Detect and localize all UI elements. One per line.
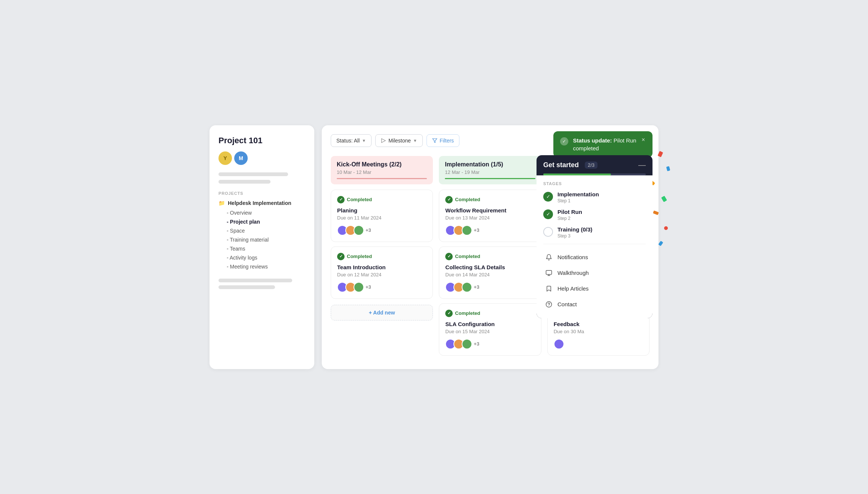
card-date-planing: Due on 11 Mar 2024 <box>337 215 427 221</box>
card-title-sla-config: SLA Configuration <box>445 321 535 327</box>
card-sla-details[interactable]: ✓ Completed Collecting SLA Details Due o… <box>439 246 541 299</box>
status-notification: ✓ Status update: Pilot Run completed × <box>553 131 652 157</box>
card-status-planing: ✓ Completed <box>337 196 427 203</box>
card-sla-config[interactable]: ✓ Completed SLA Configuration Due on 15 … <box>439 303 541 356</box>
column-title-implementation: Implementation (1/5) <box>445 161 535 168</box>
mini-avatar-t3 <box>354 282 364 292</box>
bell-icon <box>545 253 553 261</box>
sidebar-main-project[interactable]: 📁 Helpdesk Implementation <box>218 200 305 206</box>
menu-item-contact[interactable]: Contact <box>543 297 646 312</box>
notif-check-icon: ✓ <box>560 137 568 145</box>
gs-divider <box>543 244 646 244</box>
stage-name-2: Pilot Run <box>557 209 582 215</box>
sidebar: Project 101 Y M PROJECTS 📁 Helpdesk Impl… <box>210 125 314 369</box>
column-progress-kickoff <box>337 178 427 179</box>
card-avatars-sla: +3 <box>445 282 535 292</box>
stage-check-1: ✓ <box>543 192 553 202</box>
notif-close-button[interactable]: × <box>641 136 646 143</box>
sidebar-item-project-plan[interactable]: - Project plan <box>218 217 305 226</box>
gs-title: Get started <box>543 161 579 169</box>
menu-label-contact: Contact <box>557 301 577 307</box>
menu-item-notifications[interactable]: Notifications <box>543 249 646 265</box>
stage-item-2: ✓ Pilot Run Step 2 <box>543 209 646 221</box>
gs-progress-badge: 2/3 <box>585 162 597 169</box>
mini-avatar-3 <box>354 225 364 236</box>
svg-marker-5 <box>382 138 386 142</box>
milestone-filter-button[interactable]: Milestone ▼ <box>375 134 423 147</box>
card-date-sla-config: Due on 15 Mar 2024 <box>445 329 535 334</box>
filters-button[interactable]: Filters <box>427 134 459 147</box>
check-icon-planing: ✓ <box>337 196 345 203</box>
sidebar-title: Project 101 <box>218 136 305 145</box>
stage-step-1: Step 1 <box>557 198 599 203</box>
status-filter-button[interactable]: Status: All ▼ <box>331 134 372 147</box>
stage-check-3 <box>543 227 553 237</box>
mini-avatar-s3 <box>462 282 472 292</box>
card-workflow[interactable]: ✓ Completed Workflow Requirement Due on … <box>439 190 541 242</box>
mini-avatar-w3 <box>462 225 472 236</box>
card-status-sla: ✓ Completed <box>445 253 535 260</box>
check-icon-workflow: ✓ <box>445 196 453 203</box>
skeleton-bar-3 <box>218 279 292 282</box>
menu-label-walkthrough: Walkthrough <box>557 270 589 276</box>
avatar-count-sla-config: +3 <box>474 341 479 347</box>
card-avatars-workflow: +3 <box>445 225 535 236</box>
column-progress-implementation <box>445 178 535 179</box>
stages-label: STAGES <box>543 181 646 186</box>
gs-progress-bar-fill <box>543 174 611 175</box>
milestone-chevron-icon: ▼ <box>413 138 417 143</box>
check-icon-team-intro: ✓ <box>337 253 345 260</box>
stages-section: STAGES ✓ Implementation Step 1 ✓ Pilot R… <box>537 175 652 318</box>
card-title-feedback: Feedback <box>554 321 643 327</box>
stage-name-3: Training (0/3) <box>557 226 592 233</box>
card-avatars-planing: +3 <box>337 225 427 236</box>
sidebar-item-overview[interactable]: - Overview <box>218 208 305 217</box>
avatar-count-sla: +3 <box>474 284 479 290</box>
card-date-workflow: Due on 13 Mar 2024 <box>445 215 535 221</box>
folder-icon: 📁 <box>218 200 225 206</box>
board-area: ✓ Status update: Pilot Run completed × G… <box>322 125 658 369</box>
sidebar-item-space[interactable]: - Space <box>218 226 305 235</box>
menu-label-help: Help Articles <box>557 285 589 292</box>
check-icon-sla-config: ✓ <box>445 310 453 317</box>
monitor-icon <box>545 269 553 277</box>
card-team-intro[interactable]: ✓ Completed Team Introduction Due on 12 … <box>331 246 433 299</box>
avatar-m: M <box>234 151 248 165</box>
avatar-count-workflow: +3 <box>474 227 479 233</box>
bookmark-icon <box>545 285 553 293</box>
add-new-button[interactable]: + Add new <box>331 305 433 320</box>
svg-rect-0 <box>546 270 552 274</box>
column-date-kickoff: 10 Mar - 12 Mar <box>337 169 427 175</box>
skeleton-bar-1 <box>218 172 288 176</box>
card-status-team-intro: ✓ Completed <box>337 253 427 260</box>
card-date-team-intro: Due on 12 Mar 2024 <box>337 272 427 277</box>
sidebar-item-activity[interactable]: - Activity logs <box>218 253 305 262</box>
avatar-count-planing: +3 <box>366 227 371 233</box>
menu-item-help[interactable]: Help Articles <box>543 281 646 297</box>
card-title-team-intro: Team Introduction <box>337 264 427 270</box>
gs-minimize-button[interactable]: — <box>638 161 646 169</box>
card-status-sla-config: ✓ Completed <box>445 310 535 317</box>
stage-name-1: Implementation <box>557 191 599 197</box>
column-implementation: Implementation (1/5) 12 Mar - 19 Mar ✓ C… <box>439 156 541 360</box>
column-title-kickoff: Kick-Off Meetings (2/2) <box>337 161 427 168</box>
card-planing[interactable]: ✓ Completed Planing Due on 11 Mar 2024 +… <box>331 190 433 242</box>
sidebar-item-training[interactable]: - Training material <box>218 235 305 244</box>
card-avatars-sla-config: +3 <box>445 339 535 349</box>
notif-text: Status update: Pilot Run completed <box>573 136 636 152</box>
stage-item-3: Training (0/3) Step 3 <box>543 226 646 239</box>
stage-step-3: Step 3 <box>557 233 592 239</box>
avatar-group: Y M <box>218 151 305 165</box>
status-filter-label: Status: All <box>336 138 360 144</box>
question-icon <box>545 300 553 309</box>
sidebar-item-meeting[interactable]: - Meeting reviews <box>218 262 305 271</box>
gs-progress-bar-bg <box>543 174 646 175</box>
card-date-sla: Due on 14 Mar 2024 <box>445 272 535 277</box>
svg-marker-6 <box>433 138 437 142</box>
sidebar-item-teams[interactable]: - Teams <box>218 244 305 253</box>
stage-item-1: ✓ Implementation Step 1 <box>543 191 646 203</box>
menu-item-walkthrough[interactable]: Walkthrough <box>543 265 646 281</box>
mini-avatar-fb1 <box>554 339 564 349</box>
card-title-sla: Collecting SLA Details <box>445 264 535 270</box>
card-avatars-feedback <box>554 339 643 349</box>
